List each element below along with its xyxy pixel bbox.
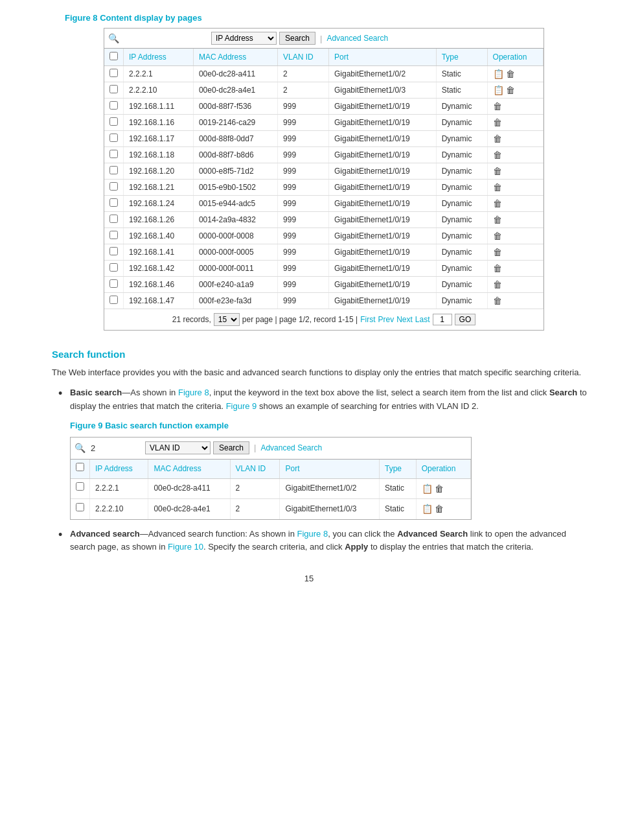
fig8-link-1[interactable]: Figure 8	[178, 388, 209, 397]
row-checkbox[interactable]	[109, 117, 118, 126]
row-port: GigabitEthernet1/0/19	[328, 244, 436, 261]
figure9-search-input[interactable]	[91, 443, 143, 453]
per-page-select[interactable]: 15 10 20 50	[214, 313, 240, 326]
figure8-search-button[interactable]: Search	[279, 32, 315, 45]
table-row: 192.168.1.21 0015-e9b0-1502 999 GigabitE…	[104, 180, 544, 196]
table-row: 192.168.1.26 0014-2a9a-4832 999 GigabitE…	[104, 212, 544, 228]
row-type: Dynamic	[436, 163, 487, 180]
f9-select-all[interactable]	[76, 463, 84, 471]
trash-icon[interactable]: 🗑	[493, 263, 502, 274]
trash-icon[interactable]: 🗑	[493, 150, 502, 160]
row-checkbox[interactable]	[109, 215, 118, 223]
row-operation: 🗑	[487, 131, 543, 147]
fig8-link-2[interactable]: Figure 8	[297, 529, 328, 539]
row-ip: 192.168.1.16	[124, 115, 194, 131]
trash-icon[interactable]: 🗑	[493, 134, 502, 144]
row-type: Dynamic	[436, 293, 487, 309]
row-mac: 0000-e8f5-71d2	[193, 163, 277, 180]
prev-page-link[interactable]: Prev	[378, 315, 394, 324]
row-vlan: 2	[230, 478, 280, 498]
row-port: GigabitEthernet1/0/19	[328, 180, 436, 196]
trash-icon[interactable]: 🗑	[493, 296, 502, 306]
row-vlan: 2	[278, 66, 329, 82]
row-checkbox-cell	[71, 478, 90, 498]
select-all-checkbox[interactable]	[109, 52, 118, 60]
row-type: Static	[379, 499, 416, 519]
row-port: GigabitEthernet1/0/19	[328, 228, 436, 244]
row-checkbox[interactable]	[76, 503, 84, 511]
fig10-link[interactable]: Figure 10	[168, 542, 203, 552]
row-checkbox-cell	[71, 499, 90, 519]
row-checkbox[interactable]	[109, 69, 118, 77]
trash-icon[interactable]: 🗑	[493, 247, 502, 257]
row-checkbox[interactable]	[109, 296, 118, 304]
trash-icon[interactable]: 🗑	[435, 502, 444, 516]
row-checkbox[interactable]	[109, 198, 118, 207]
fig9-link[interactable]: Figure 9	[226, 401, 257, 411]
trash-icon[interactable]: 🗑	[506, 69, 515, 79]
figure9-header-row: IP Address MAC Address VLAN ID Port Type…	[71, 460, 471, 479]
row-mac: 00e0-dc28-a411	[148, 478, 230, 498]
copy-icon[interactable]: 📋	[422, 482, 433, 496]
row-checkbox[interactable]	[109, 150, 118, 158]
row-checkbox[interactable]	[76, 482, 84, 491]
row-checkbox[interactable]	[109, 101, 118, 110]
figure9-title: Figure 9 Basic search function example	[70, 419, 592, 433]
figure8-pagination: 21 records, 15 10 20 50 per page | page …	[104, 309, 544, 330]
row-checkbox[interactable]	[109, 134, 118, 142]
row-checkbox-cell	[104, 99, 124, 115]
trash-icon[interactable]: 🗑	[506, 85, 515, 95]
row-ip: 192.168.1.21	[124, 180, 194, 196]
trash-icon[interactable]: 🗑	[435, 482, 444, 496]
trash-icon[interactable]: 🗑	[493, 101, 502, 111]
bullet-basic-text: Basic search—As shown in Figure 8, input…	[70, 386, 592, 520]
first-page-link[interactable]: First	[360, 315, 375, 324]
figure9-search-dropdown[interactable]: IP Address MAC Address VLAN ID Port Type	[145, 441, 211, 454]
figure8-separator: |	[320, 34, 322, 43]
table-row: 2.2.2.1 00e0-dc28-a411 2 GigabitEthernet…	[104, 66, 544, 82]
page-number-input[interactable]	[433, 314, 452, 325]
figure8-advanced-search-link[interactable]: Advanced Search	[326, 34, 388, 43]
row-checkbox[interactable]	[109, 279, 118, 288]
table-row: 192.168.1.41 0000-000f-0005 999 GigabitE…	[104, 244, 544, 261]
trash-icon[interactable]: 🗑	[493, 279, 502, 290]
figure9-search-button[interactable]: Search	[213, 441, 249, 454]
trash-icon[interactable]: 🗑	[493, 231, 502, 241]
row-checkbox[interactable]	[109, 166, 118, 174]
figure8-search-dropdown[interactable]: IP Address MAC Address VLAN ID Port Type	[211, 32, 277, 45]
row-checkbox[interactable]	[109, 231, 118, 239]
row-vlan: 999	[278, 212, 329, 228]
trash-icon[interactable]: 🗑	[493, 166, 502, 176]
table-row: 2.2.2.10 00e0-dc28-a4e1 2 GigabitEtherne…	[104, 82, 544, 99]
col-checkbox	[104, 49, 124, 66]
copy-icon[interactable]: 📋	[422, 502, 433, 516]
trash-icon[interactable]: 🗑	[493, 198, 502, 209]
f9-col-mac: MAC Address	[148, 460, 230, 479]
figure9-advanced-search-link[interactable]: Advanced Search	[260, 442, 322, 454]
search-function-section: Search function The Web interface provid…	[52, 349, 592, 554]
copy-icon[interactable]: 📋	[493, 85, 504, 95]
figure8-table: IP Address MAC Address VLAN ID Port Type…	[104, 49, 544, 309]
trash-icon[interactable]: 🗑	[493, 182, 502, 192]
row-checkbox[interactable]	[109, 182, 118, 191]
col-ip: IP Address	[124, 49, 194, 66]
figure8-table-container: 🔍 IP Address MAC Address VLAN ID Port Ty…	[104, 28, 544, 331]
trash-icon[interactable]: 🗑	[493, 117, 502, 128]
row-checkbox[interactable]	[109, 247, 118, 255]
row-operation: 📋 🗑	[416, 478, 470, 498]
row-type: Dynamic	[436, 180, 487, 196]
row-checkbox-cell	[104, 163, 124, 180]
trash-icon[interactable]: 🗑	[493, 215, 502, 225]
last-page-link[interactable]: Last	[415, 315, 430, 324]
row-mac: 0015-e944-adc5	[193, 196, 277, 212]
row-checkbox[interactable]	[109, 263, 118, 272]
go-button[interactable]: GO	[455, 314, 476, 325]
row-operation: 📋 🗑	[416, 499, 470, 519]
figure9-search-icon: 🔍	[74, 441, 86, 455]
row-checkbox[interactable]	[109, 85, 118, 93]
figure8-search-input[interactable]	[124, 34, 209, 43]
next-page-link[interactable]: Next	[396, 315, 413, 324]
search-intro: The Web interface provides you with the …	[52, 366, 592, 380]
row-type: Static	[436, 82, 487, 99]
copy-icon[interactable]: 📋	[493, 69, 504, 79]
